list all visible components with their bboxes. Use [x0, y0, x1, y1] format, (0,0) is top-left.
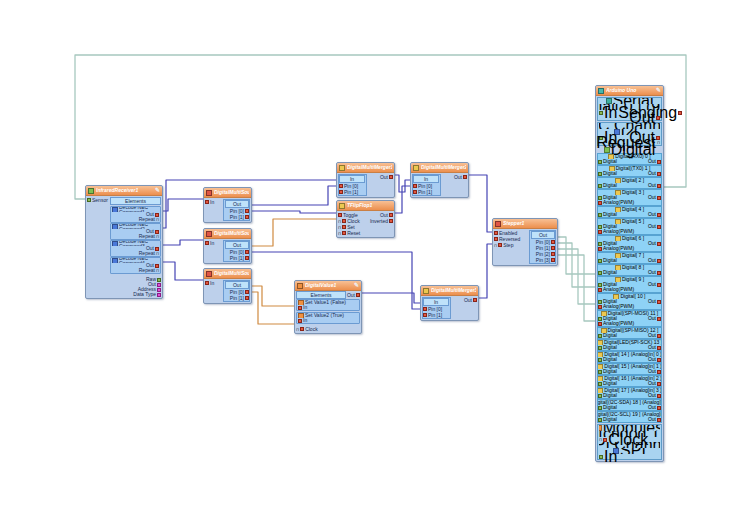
wire-dvout-merger3[interactable] — [360, 293, 420, 303]
pin-connector[interactable] — [657, 334, 661, 338]
component-arduino-uno[interactable]: Arduino Uno ✎ Serial Serial[ 0 ] (9600) … — [595, 85, 664, 462]
pin-connector[interactable] — [603, 438, 607, 442]
pin-connector[interactable] — [598, 300, 602, 304]
board-digital-channel[interactable]: Digital[(I2C-SDA) 18 ] (Analog[in] 4 ) D… — [597, 399, 662, 411]
pin-connector[interactable] — [598, 418, 602, 422]
pin-connector[interactable] — [598, 247, 602, 251]
pin-out[interactable]: Out — [380, 174, 393, 180]
edit-pencil-icon[interactable]: ✎ — [354, 281, 359, 290]
pin-connector[interactable] — [657, 213, 661, 217]
titlebar[interactable]: DigitalMultiSource3 — [204, 269, 251, 279]
titlebar[interactable]: TFlipFlop1 — [337, 201, 394, 211]
pin-connector[interactable] — [389, 219, 393, 223]
pin-repeat[interactable]: Repeat⊓ — [112, 268, 159, 273]
pin-connector[interactable] — [656, 136, 660, 140]
pin-out[interactable]: Out — [454, 174, 467, 180]
wire-dms3p1-setvalue2[interactable] — [250, 292, 294, 324]
pin-connector[interactable] — [598, 406, 602, 410]
pin-connector[interactable] — [245, 290, 249, 294]
pin-connector[interactable] — [205, 200, 209, 204]
board-digital-channel[interactable]: Digital[ 17 ] (Analog[in] 3 ) Digital Ou… — [597, 387, 662, 399]
pin-connector[interactable] — [155, 230, 159, 234]
pin-output[interactable]: Inverted — [370, 218, 393, 224]
channel-pwm-pin[interactable]: Analog(PWM) — [598, 229, 661, 234]
pin-connector[interactable] — [598, 288, 602, 292]
set-value-element[interactable]: Set Value2 (True) In — [296, 312, 360, 324]
pin-input[interactable]: Pin [1] — [413, 189, 439, 195]
pin-clock[interactable]: ⊓ Clock — [296, 326, 360, 332]
pin-connector[interactable] — [657, 283, 661, 287]
board-digital-channel[interactable]: Digital[ 6 ] Digital Out Analog(PWM) — [597, 235, 662, 252]
channel-pwm-pin[interactable]: Analog(PWM) — [598, 304, 661, 309]
wire-merger3-step[interactable] — [477, 244, 492, 298]
component-digital-multimerger-1[interactable]: DigitalMultiMerger1 In Pin [0] Pin [1] O… — [336, 162, 395, 198]
pin-input[interactable]: Pin [1] — [423, 312, 449, 318]
titlebar[interactable]: InfraredReceiver1 ✎ — [86, 186, 162, 196]
component-digital-multimerger-2[interactable]: DigitalMultiMerger2 In Pin [0] Pin [1] O… — [410, 162, 469, 198]
board-digital-channel[interactable]: Digital[ 15 ] (Analog[in] 1 ) Digital Ou… — [597, 363, 662, 375]
pin-connector[interactable] — [598, 358, 602, 362]
board-digital-channel[interactable]: Digital[(SPI-MISO) 12 ] Digital Out — [597, 327, 662, 339]
pin-connector[interactable] — [598, 271, 602, 275]
decode-element[interactable]: Decode NEC Command4 Out Repeat⊓ — [110, 257, 161, 274]
titlebar[interactable]: DigitalMultiSource1 — [204, 188, 251, 198]
pin-connector[interactable] — [598, 370, 602, 374]
wire-merger2-enabled[interactable] — [467, 175, 492, 232]
pin-connector[interactable] — [657, 382, 661, 386]
channel-pwm-pin[interactable]: Analog(PWM) — [598, 287, 661, 292]
pin-in[interactable]: In — [205, 199, 214, 205]
component-tflipflop[interactable]: TFlipFlop1 Toggle ⊓ Clock ⊓ Set ⊓ Reset … — [336, 200, 395, 238]
board-digital-channel[interactable]: Digital[ 8 ] Digital Out — [597, 264, 662, 276]
pin-connector[interactable] — [657, 370, 661, 374]
pin-connector[interactable] — [598, 346, 602, 350]
board-digital-channel[interactable]: Digital[LED(SPI-SCK) 13 ] Digital Out — [597, 339, 662, 351]
pin-connector[interactable] — [463, 175, 467, 179]
pin-connector[interactable] — [356, 293, 360, 297]
wire-dms3p0-setvalue1[interactable] — [250, 286, 294, 306]
wire-ffout-merger2[interactable] — [393, 186, 410, 213]
pin-connector[interactable] — [598, 230, 602, 234]
wire-stepper-pin3-d11[interactable] — [556, 255, 595, 321]
pin-connector[interactable] — [342, 225, 346, 229]
pin-connector[interactable] — [205, 281, 209, 285]
pin-connector[interactable] — [657, 271, 661, 275]
pin-connector[interactable] — [551, 240, 555, 244]
pin-connector[interactable] — [245, 215, 249, 219]
pin-repeat[interactable]: Repeat⊓ — [112, 251, 159, 256]
wire-decode3-dms2[interactable] — [158, 240, 203, 245]
pin-connector[interactable] — [298, 306, 302, 310]
component-stepper[interactable]: Stepper1 Enabled Reversed ⊓ Step Out Pin… — [492, 218, 558, 266]
component-infrared-receiver[interactable]: InfraredReceiver1 ✎ Sensor Elements Deco… — [85, 185, 163, 299]
board-digital-channel[interactable]: Digital[ 9 ] Digital Out Analog(PWM) — [597, 276, 662, 293]
board-digital-channel[interactable]: Digital[ 2 ] Digital Out — [597, 177, 662, 189]
pin-connector[interactable] — [598, 305, 602, 309]
channel-pwm-pin[interactable]: Analog(PWM) — [598, 200, 661, 205]
pin-connector[interactable] — [423, 307, 427, 311]
pin-connector[interactable] — [598, 184, 602, 188]
wire-dms1p1-toggle[interactable] — [250, 211, 336, 213]
pin-connector[interactable] — [498, 243, 502, 247]
pin-out[interactable]: Out — [464, 297, 477, 303]
wire-stepper-pin2-d10[interactable] — [556, 249, 595, 304]
pin-in[interactable]: In — [205, 280, 214, 286]
wire-decode4-dms3[interactable] — [158, 262, 203, 280]
pin-connector[interactable] — [657, 394, 661, 398]
pin-input[interactable]: ⊓ Reset — [338, 230, 360, 236]
pin-connector[interactable] — [551, 258, 555, 262]
wire-dms2p0-ffclock[interactable] — [250, 219, 336, 246]
pin-connector[interactable] — [598, 160, 602, 164]
pin-connector[interactable] — [157, 283, 161, 287]
channel-pwm-pin[interactable]: Analog(PWM) — [598, 321, 661, 326]
pin-repeat[interactable]: Repeat⊓ — [112, 234, 159, 239]
component-digital-multisource-1[interactable]: DigitalMultiSource1 In Out Pin [0] Pin [… — [203, 187, 252, 223]
pin-connector[interactable] — [87, 198, 91, 202]
titlebar[interactable]: DigitalValue1 ✎ — [295, 281, 361, 291]
pin-connector[interactable] — [657, 358, 661, 362]
pin-output[interactable]: Pin [1] — [225, 255, 249, 261]
pin-connector[interactable] — [157, 288, 161, 292]
pin-connector[interactable] — [657, 242, 661, 246]
board-digital-channel[interactable]: Digital[ 7 ] Digital Out — [597, 252, 662, 264]
pin-connector[interactable] — [157, 278, 161, 282]
pin-spi-in[interactable]: In — [599, 454, 660, 459]
pin-connector[interactable] — [598, 317, 602, 321]
